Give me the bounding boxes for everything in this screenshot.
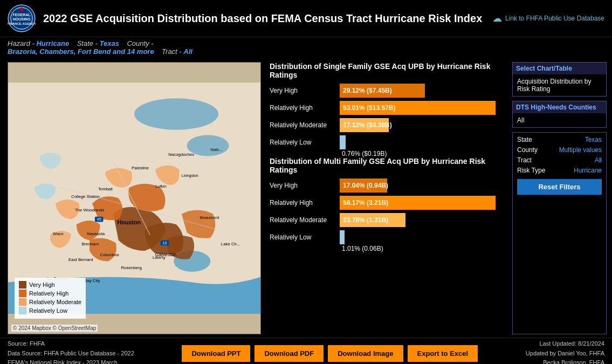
fhfa-logo: FEDERAL HOUSING FINANCE AGENCY xyxy=(8,4,36,32)
legend-item-relatively-moderate: Relatively Moderate xyxy=(19,298,81,306)
reset-filters-button[interactable]: Reset Filters xyxy=(517,179,602,195)
legend-label-relatively-low: Relatively Low xyxy=(29,307,67,314)
mf-bar-very-high: Very High 17.04% (0.94B) xyxy=(270,178,504,193)
sf-label-very-high: Very High xyxy=(270,87,340,94)
mf-track-very-high: 17.04% (0.94B) xyxy=(340,178,504,193)
svg-text:Lufkin: Lufkin xyxy=(155,184,167,189)
filter-val-tract[interactable]: All xyxy=(595,156,602,164)
svg-text:Navasota: Navasota xyxy=(87,231,105,236)
sf-label-rel-high: Relatively High xyxy=(270,104,340,112)
select-chart-value[interactable]: Acquisition Distribution by Risk Rating xyxy=(517,78,602,93)
legend-swatch-relatively-moderate xyxy=(19,298,26,306)
database-link-text[interactable]: Link to FHFA Public Use Database xyxy=(505,15,604,22)
mf-track-rel-moderate: 23.78% (1.31B) xyxy=(340,213,504,227)
mf-fill-rel-moderate: 23.78% (1.31B) xyxy=(340,213,405,227)
main-content: Houston Galveston The Woodlands Tomball … xyxy=(0,59,612,338)
download-ppt-button[interactable]: Download PPT xyxy=(182,345,250,362)
last-updated: Last Updated: 8/21/2024 xyxy=(526,339,604,349)
filter-key-county: County xyxy=(517,146,538,154)
svg-text:HOUSING: HOUSING xyxy=(13,17,31,21)
svg-text:Beaumont: Beaumont xyxy=(200,215,219,220)
dts-box[interactable]: DTS High-Needs Counties All xyxy=(512,101,607,128)
svg-text:Nacogdoches: Nacogdoches xyxy=(168,153,194,157)
sf-fill-very-high: 29.12% ($7.45B) xyxy=(340,84,425,98)
svg-text:10: 10 xyxy=(163,241,167,245)
mf-label-rel-low: Relatively Low xyxy=(270,233,340,241)
multi-family-section: Distribution of Multi Family GSE Acq UPB… xyxy=(270,157,504,248)
updated-by-2: Becka Brolinson, FHFA xyxy=(526,358,604,364)
filter-val-state[interactable]: Texas xyxy=(585,136,602,143)
hazard-value: Hurricane xyxy=(36,39,69,47)
dts-title: DTS High-Needs Counties xyxy=(513,101,606,113)
source-line-2: Data Source: FHFA Public Use Database - … xyxy=(8,349,134,359)
svg-text:Livingston: Livingston xyxy=(182,174,198,178)
sf-bar-rel-moderate: Relatively Moderate 17.12% ($4.38B) xyxy=(270,118,504,132)
download-image-button[interactable]: Download Image xyxy=(328,345,403,362)
svg-text:45: 45 xyxy=(97,217,101,221)
map-legend: Very High Relatively High Relatively Mod… xyxy=(15,278,86,319)
source-line-3: FEMA's National Risk Index - 2023 March xyxy=(8,358,134,364)
charts-container: Distribution of Single Family GSE Acq UP… xyxy=(264,59,507,338)
svg-point-8 xyxy=(134,98,218,130)
mf-value-rel-low: 1.01% (0.06B) xyxy=(342,245,383,252)
tract-value: All xyxy=(183,47,192,56)
svg-text:Liberty: Liberty xyxy=(153,255,166,260)
multi-family-title: Distribution of Multi Family GSE Acq UPB… xyxy=(270,157,504,174)
mf-label-rel-high: Relatively High xyxy=(270,199,340,207)
filter-key-tract: Tract xyxy=(517,156,532,164)
state-label: State - xyxy=(77,39,98,47)
mf-fill-very-high: 17.04% (0.94B) xyxy=(340,178,387,193)
legend-label-very-high: Very High xyxy=(29,281,55,288)
sf-fill-rel-high: 53.01% ($13.57B) xyxy=(340,101,496,115)
svg-text:Tomball: Tomball xyxy=(98,187,113,191)
state-value: Texas xyxy=(100,39,119,47)
sf-fill-rel-low xyxy=(340,135,346,149)
filter-row-county: County Multiple values xyxy=(517,146,602,154)
svg-text:FEDERAL: FEDERAL xyxy=(12,13,31,17)
map-box[interactable]: Houston Galveston The Woodlands Tomball … xyxy=(8,62,261,334)
mf-fill-rel-low xyxy=(340,230,345,244)
svg-text:Columbus: Columbus xyxy=(100,252,119,257)
sf-value-very-high: 29.12% ($7.45B) xyxy=(343,87,392,94)
legend-swatch-relatively-low xyxy=(19,307,26,314)
export-excel-button[interactable]: Export to Excel xyxy=(408,345,478,362)
county-value: Brazoria, Chambers, Fort Bend and 14 mor… xyxy=(8,47,154,56)
page-title: 2022 GSE Acquisition Distribution based … xyxy=(43,12,482,25)
county-label: County - xyxy=(127,39,153,47)
svg-text:Lake Ch...: Lake Ch... xyxy=(221,242,240,246)
sf-track-rel-moderate: 17.12% ($4.38B) xyxy=(340,118,504,132)
mf-bar-rel-high: Relatively High 58.17% (3.21B) xyxy=(270,196,504,210)
sf-value-rel-low: 0.76% ($0.19B) xyxy=(342,150,387,157)
sf-bar-rel-low: Relatively Low 0.76% ($0.19B) xyxy=(270,135,504,149)
sf-bar-rel-high: Relatively High 53.01% ($13.57B) xyxy=(270,101,504,115)
filter-key-risk-type: Risk Type xyxy=(517,167,545,174)
svg-text:FINANCE AGENCY: FINANCE AGENCY xyxy=(8,22,36,25)
select-chart-box[interactable]: Select Chart/Table Acquisition Distribut… xyxy=(512,62,607,97)
legend-item-very-high: Very High xyxy=(19,281,81,289)
filter-val-risk-type[interactable]: Hurricane xyxy=(574,167,602,174)
footer-buttons: Download PPT Download PDF Download Image… xyxy=(182,345,478,362)
filter-row-state: State Texas xyxy=(517,136,602,143)
legend-swatch-very-high xyxy=(19,281,26,289)
svg-text:The Woodlands: The Woodlands xyxy=(75,208,105,212)
download-pdf-button[interactable]: Download PDF xyxy=(255,345,324,362)
mf-track-rel-low: 1.01% (0.06B) xyxy=(340,230,504,244)
filter-row-tract: Tract All xyxy=(517,156,602,164)
footer-updated: Last Updated: 8/21/2024 Updated by Danie… xyxy=(526,339,604,364)
footer: Source: FHFA Data Source: FHFA Public Us… xyxy=(0,338,612,364)
sf-value-rel-moderate: 17.12% ($4.38B) xyxy=(343,121,392,129)
updated-by-1: Updated by Daniel Yoo, FHFA xyxy=(526,349,604,359)
filter-subtitle: Hazard - Hurricane State - Texas County … xyxy=(0,37,612,59)
dts-value[interactable]: All xyxy=(517,116,602,124)
filters-box: State Texas County Multiple values Tract… xyxy=(512,132,607,334)
sf-label-rel-low: Relatively Low xyxy=(270,139,340,146)
mf-bar-rel-low: Relatively Low 1.01% (0.06B) xyxy=(270,230,504,244)
map-container: Houston Galveston The Woodlands Tomball … xyxy=(0,59,264,338)
mf-label-very-high: Very High xyxy=(270,182,340,189)
database-link[interactable]: ☁ Link to FHFA Public Use Database xyxy=(492,12,604,24)
single-family-section: Distribution of Single Family GSE Acq UP… xyxy=(270,62,504,153)
filter-val-county[interactable]: Multiple values xyxy=(559,146,602,154)
sf-track-very-high: 29.12% ($7.45B) xyxy=(340,84,504,98)
mf-fill-rel-high: 58.17% (3.21B) xyxy=(340,196,496,210)
footer-source: Source: FHFA Data Source: FHFA Public Us… xyxy=(8,339,134,364)
